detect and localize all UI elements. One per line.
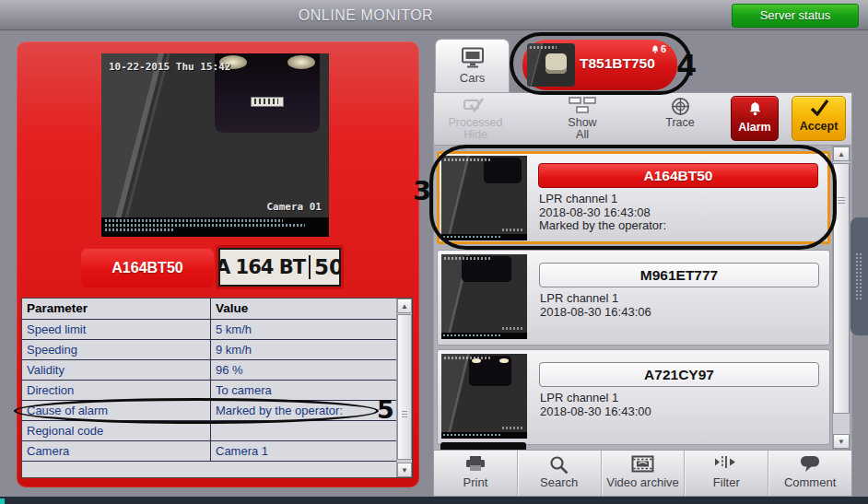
window-bottom-edge: [0, 497, 868, 504]
event-note: Marked by the operator:: [539, 219, 666, 233]
event-meta: LPR channel 1 2018-08-30 16:43:08 Marked…: [539, 193, 666, 233]
scroll-up-arrow-icon[interactable]: ▲: [397, 299, 412, 313]
video-archive-button[interactable]: Video archive: [602, 451, 686, 496]
table-row[interactable]: Validity 96 %: [22, 360, 396, 381]
filter-button[interactable]: Filter: [685, 451, 768, 496]
panel-splitter-handle[interactable]: [850, 217, 868, 335]
event-meta: LPR channel 1 2018-08-30 16:43:00: [540, 392, 651, 418]
event-channel: LPR channel 1: [540, 392, 651, 405]
event-item-m961et777[interactable]: M961ET777 LPR channel 1 2018-08-30 16:43…: [437, 250, 830, 346]
event-time: 2018-08-30 16:43:06: [540, 306, 651, 320]
scroll-down-arrow-icon[interactable]: ▼: [833, 434, 850, 449]
trace-button[interactable]: Trace: [650, 95, 710, 143]
table-row[interactable]: Speeding 9 km/h: [22, 340, 396, 360]
alarm-count-badge: 6: [651, 43, 666, 54]
event-plate-button[interactable]: A721CY97: [539, 362, 819, 387]
table-row[interactable]: Regional code: [22, 421, 396, 441]
annotation-number-5: 5: [377, 395, 394, 424]
processed-check-icon: [441, 97, 510, 117]
bottom-toolbar: Print Search Video archive: [433, 450, 852, 497]
scroll-down-arrow-icon[interactable]: ▼: [397, 463, 412, 477]
bell-icon: [651, 44, 660, 54]
recognized-plate-label: A164BT50: [81, 249, 214, 287]
camera-timestamp: 10-22-2015 Thu 15:42: [109, 61, 230, 73]
comment-icon: [768, 455, 851, 475]
alarm-button[interactable]: Alarm: [731, 96, 779, 141]
filter-icon: [685, 455, 768, 475]
parameter-table-grid: Parameter Value Speed limit 5 km/h Speed…: [22, 299, 396, 477]
header-value: Value: [211, 299, 396, 319]
video-archive-icon: [602, 455, 685, 475]
event-toolbar: Processed Hide Show All Trace: [433, 92, 852, 146]
event-list-scrollbar[interactable]: ▲ ▼: [832, 146, 850, 450]
event-plate-button[interactable]: A164BT50: [538, 163, 818, 188]
camera-name-label: Camera 01: [266, 201, 322, 213]
comment-button[interactable]: Comment: [768, 451, 851, 496]
monitor-icon: [460, 47, 486, 69]
event-item-a164bt50[interactable]: A164BT50 LPR channel 1 2018-08-30 16:43:…: [437, 151, 830, 244]
alarm-widget-thumbnail: [527, 43, 575, 87]
table-row[interactable]: Camera Camera 1: [22, 441, 396, 462]
table-scrollbar-thumb[interactable]: [397, 314, 412, 460]
title-bar: ONLINE MONITOR Server status: [0, 0, 868, 30]
event-channel: LPR channel 1: [540, 292, 651, 306]
table-scrollbar[interactable]: ▲ ▼: [396, 299, 412, 477]
vehicle-plate-chip: [251, 97, 284, 107]
annotation-number-4: 4: [676, 48, 697, 83]
plate-photo-region: 50: [309, 255, 344, 279]
event-time: 2018-08-30 16:43:00: [540, 405, 651, 419]
alarm-widget-plate: T851BT750: [580, 55, 659, 72]
alarm-count-value: 6: [661, 43, 666, 54]
camera-frame-image: 10-22-2015 Thu 15:42 Camera 01: [101, 53, 329, 237]
event-item-a721cy97[interactable]: A721CY97 LPR channel 1 2018-08-30 16:43:…: [437, 349, 830, 445]
event-thumbnail: [441, 156, 527, 240]
partial-event-thumbnail: [440, 442, 526, 450]
event-channel: LPR channel 1: [539, 193, 666, 206]
alarm-bell-icon: [732, 100, 778, 121]
parameter-table: Parameter Value Speed limit 5 km/h Speed…: [21, 298, 413, 478]
event-time: 2018-08-30 16:43:08: [539, 206, 666, 220]
event-meta: LPR channel 1 2018-08-30 16:43:06: [540, 292, 651, 319]
search-icon: [518, 455, 601, 475]
print-button[interactable]: Print: [434, 451, 518, 496]
accept-button[interactable]: Accept: [792, 96, 846, 141]
show-all-icon: [552, 97, 613, 117]
event-thumbnail: [441, 254, 527, 339]
annotation-number-3: 3: [413, 175, 431, 206]
accept-check-icon: [792, 100, 845, 120]
trace-target-icon: [650, 97, 710, 117]
list-scrollbar-thumb[interactable]: [833, 163, 850, 414]
event-list: A164BT50 LPR channel 1 2018-08-30 16:43:…: [433, 146, 852, 450]
event-thumbnail: [441, 354, 527, 439]
header-parameter: Parameter: [22, 299, 211, 319]
online-monitor-window: { "header": { "title": "ONLINE MONITOR",…: [0, 0, 868, 504]
window-title: ONLINE MONITOR: [0, 0, 732, 30]
tab-cars[interactable]: Cars: [435, 39, 510, 94]
scroll-up-arrow-icon[interactable]: ▲: [833, 147, 850, 161]
processed-hide-button[interactable]: Processed Hide: [441, 95, 510, 143]
table-header-row: Parameter Value: [22, 299, 396, 320]
search-button[interactable]: Search: [518, 451, 602, 496]
print-icon: [434, 455, 517, 475]
camera-overlay-text: [101, 217, 329, 237]
plate-photo-image: A 164 BT 50: [216, 245, 344, 289]
event-plate-button[interactable]: M961ET777: [539, 263, 819, 287]
window-bottom-tick: [0, 498, 5, 504]
table-row[interactable]: Speed limit 5 km/h: [22, 320, 396, 340]
table-row-cause-of-alarm[interactable]: Cause of alarm Marked by the operator:: [22, 401, 396, 421]
tab-cars-label: Cars: [436, 71, 509, 85]
show-all-button[interactable]: Show All: [552, 95, 613, 143]
plate-photo-main: A 164 BT: [216, 256, 305, 278]
table-row[interactable]: Direction To camera: [22, 381, 396, 401]
server-status-button[interactable]: Server status: [732, 4, 859, 28]
headlight-right: [287, 55, 315, 69]
active-alarm-widget[interactable]: T851BT750 6: [522, 40, 677, 90]
